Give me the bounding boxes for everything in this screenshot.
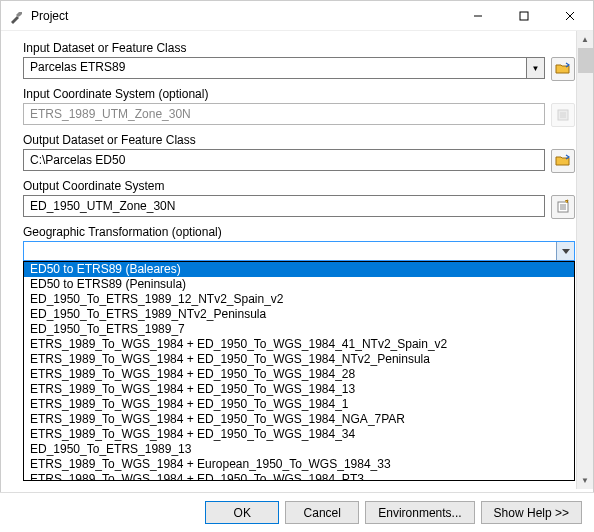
geo-transformation-option[interactable]: ED50 to ETRS89 (Baleares) — [24, 262, 574, 277]
browse-button[interactable] — [551, 57, 575, 81]
geo-transformation-value[interactable] — [24, 242, 556, 260]
geo-transformation-dropdown[interactable]: ED50 to ETRS89 (Baleares)ED50 to ETRS89 … — [23, 261, 575, 481]
content-area: ▲ ▼ Input Dataset or Feature Class Parce… — [1, 31, 593, 491]
geo-transformation-option[interactable]: ED_1950_To_ETRS_1989_7 — [24, 322, 574, 337]
maximize-button[interactable] — [501, 1, 547, 31]
geo-transformation-option[interactable]: ETRS_1989_To_WGS_1984 + European_1950_To… — [24, 457, 574, 472]
geo-transformation-option[interactable]: ETRS_1989_To_WGS_1984 + ED_1950_To_WGS_1… — [24, 352, 574, 367]
show-help-button[interactable]: Show Help >> — [481, 501, 582, 524]
svg-rect-1 — [520, 12, 528, 20]
ok-button[interactable]: OK — [205, 501, 279, 524]
geo-transformation-combo[interactable] — [23, 241, 575, 261]
geo-transformation-option[interactable]: ETRS_1989_To_WGS_1984 + ED_1950_To_WGS_1… — [24, 427, 574, 442]
geo-transformation-option[interactable]: ED_1950_To_ETRS_1989_12_NTv2_Spain_v2 — [24, 292, 574, 307]
input-dataset-combo[interactable]: Parcelas ETRS89 ▼ — [23, 57, 545, 79]
input-cs-label: Input Coordinate System (optional) — [23, 87, 575, 101]
geo-transformation-label: Geographic Transformation (optional) — [23, 225, 575, 239]
footer: OK Cancel Environments... Show Help >> — [0, 492, 594, 532]
geo-transformation-option[interactable]: ED_1950_To_ETRS_1989_13 — [24, 442, 574, 457]
window-title: Project — [31, 9, 455, 23]
output-cs-properties-button[interactable] — [551, 195, 575, 219]
input-cs-properties-button — [551, 103, 575, 127]
chevron-down-icon[interactable] — [556, 242, 574, 260]
environments-button[interactable]: Environments... — [365, 501, 474, 524]
geo-transformation-option[interactable]: ETRS_1989_To_WGS_1984 + ED_1950_To_WGS_1… — [24, 367, 574, 382]
geo-transformation-option[interactable]: ETRS_1989_To_WGS_1984 + ED_1950_To_WGS_1… — [24, 397, 574, 412]
output-cs-field[interactable] — [23, 195, 545, 217]
input-cs-field — [23, 103, 545, 125]
title-bar: Project — [1, 1, 593, 31]
geo-transformation-option[interactable]: ETRS_1989_To_WGS_1984 + ED_1950_To_WGS_1… — [24, 412, 574, 427]
geo-transformation-option[interactable]: ED_1950_To_ETRS_1989_NTv2_Peninsula — [24, 307, 574, 322]
minimize-button[interactable] — [455, 1, 501, 31]
output-cs-label: Output Coordinate System — [23, 179, 575, 193]
close-button[interactable] — [547, 1, 593, 31]
input-dataset-value[interactable]: Parcelas ETRS89 — [24, 58, 526, 78]
scroll-up-arrow[interactable]: ▲ — [577, 31, 594, 48]
output-browse-button[interactable] — [551, 149, 575, 173]
scroll-thumb[interactable] — [578, 48, 593, 73]
hammer-icon — [9, 8, 25, 24]
output-dataset-label: Output Dataset or Feature Class — [23, 133, 575, 147]
geo-transformation-option[interactable]: ETRS_1989_To_WGS_1984 + ED_1950_To_WGS_1… — [24, 337, 574, 352]
input-dataset-label: Input Dataset or Feature Class — [23, 41, 575, 55]
vertical-scrollbar[interactable]: ▲ ▼ — [576, 31, 593, 489]
geo-transformation-option[interactable]: ETRS_1989_To_WGS_1984 + ED_1950_To_WGS_1… — [24, 472, 574, 481]
chevron-down-icon[interactable]: ▼ — [526, 58, 544, 78]
cancel-button[interactable]: Cancel — [285, 501, 359, 524]
geo-transformation-option[interactable]: ETRS_1989_To_WGS_1984 + ED_1950_To_WGS_1… — [24, 382, 574, 397]
geo-transformation-option[interactable]: ED50 to ETRS89 (Peninsula) — [24, 277, 574, 292]
output-dataset-field[interactable] — [23, 149, 545, 171]
scroll-down-arrow[interactable]: ▼ — [577, 472, 594, 489]
